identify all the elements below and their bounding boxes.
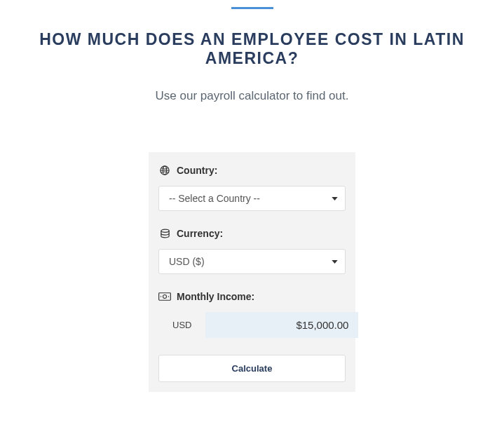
income-currency-prefix: USD bbox=[158, 312, 205, 338]
svg-point-3 bbox=[161, 229, 168, 232]
currency-field-group: Currency: USD ($) bbox=[158, 228, 346, 274]
calculate-button[interactable]: Calculate bbox=[158, 355, 346, 382]
svg-point-6 bbox=[161, 296, 162, 297]
section-divider bbox=[231, 7, 273, 9]
country-field-group: Country: -- Select a Country -- bbox=[158, 165, 346, 211]
globe-icon bbox=[158, 165, 171, 175]
income-label-text: Monthly Income: bbox=[177, 291, 254, 302]
money-bill-icon bbox=[158, 292, 171, 301]
page-title: HOW MUCH DOES AN EMPLOYEE COST IN LATIN … bbox=[14, 30, 490, 68]
income-field-group: Monthly Income: USD bbox=[158, 291, 346, 338]
country-label: Country: bbox=[158, 165, 346, 176]
coins-icon bbox=[158, 229, 171, 238]
country-label-text: Country: bbox=[177, 165, 217, 176]
currency-label-text: Currency: bbox=[177, 228, 223, 239]
svg-point-7 bbox=[168, 296, 170, 297]
currency-select[interactable]: USD ($) bbox=[158, 249, 346, 274]
income-input-row: USD bbox=[158, 312, 346, 338]
country-select[interactable]: -- Select a Country -- bbox=[158, 186, 346, 211]
currency-label: Currency: bbox=[158, 228, 346, 239]
income-label: Monthly Income: bbox=[158, 291, 346, 302]
calculator-card: Country: -- Select a Country -- Currency… bbox=[149, 152, 355, 392]
svg-point-5 bbox=[163, 294, 166, 298]
page-subtitle: Use our payroll calculator to find out. bbox=[0, 89, 504, 103]
income-input[interactable] bbox=[205, 312, 358, 338]
